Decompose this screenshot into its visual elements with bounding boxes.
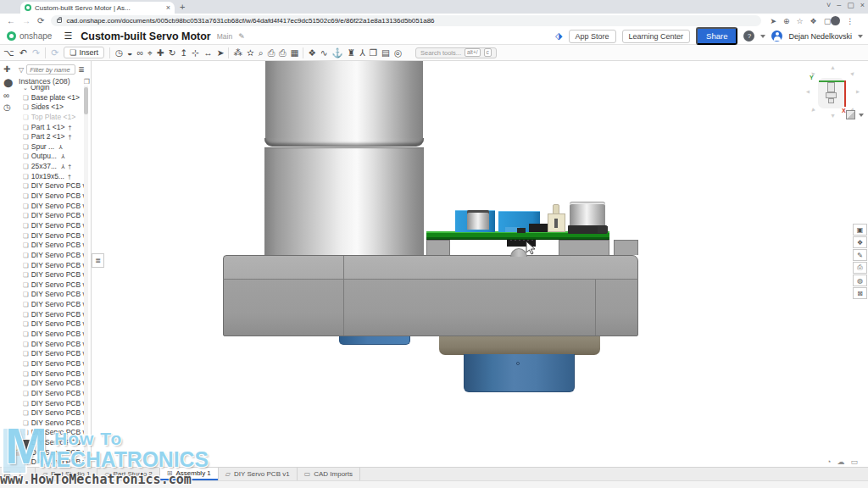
list-item[interactable]: ❏DIY Servo PCB v1 <... bbox=[15, 241, 86, 251]
list-item[interactable]: ❏DIY Servo PCB v1 <... bbox=[15, 330, 86, 340]
new-tab-button[interactable]: + bbox=[180, 2, 185, 12]
spline-icon[interactable]: ∿ bbox=[320, 48, 328, 58]
list-item[interactable]: ❏Part 1 <1>† bbox=[15, 123, 86, 133]
explode-icon[interactable]: ⁂ bbox=[233, 48, 242, 58]
model-capacitor-small[interactable] bbox=[467, 210, 489, 230]
undo-icon[interactable]: ↶ bbox=[19, 48, 27, 58]
browser-tab[interactable]: Custom-built Servo Motor | As... × bbox=[20, 2, 175, 14]
list-item[interactable]: ❏DIY Servo PCB v1 <... bbox=[15, 349, 86, 359]
print-panel-icon[interactable]: ⎙ bbox=[853, 262, 867, 274]
user-avatar[interactable] bbox=[771, 30, 782, 42]
minimize-icon[interactable]: – bbox=[837, 1, 841, 9]
list-item[interactable]: ❏DIY Servo PCB v1 <... bbox=[15, 221, 86, 231]
instances-panel-icon[interactable]: ❐ bbox=[84, 78, 90, 86]
list-item[interactable]: ❏DIY Servo PCB v1 <... bbox=[15, 419, 86, 429]
comments-icon[interactable]: ⬤ bbox=[3, 78, 13, 87]
list-item[interactable]: ❏DIY Servo PCB v1 <... bbox=[15, 458, 86, 467]
list-item[interactable]: ❏Base plate <1> bbox=[15, 93, 86, 103]
model-bearing-edge[interactable] bbox=[339, 336, 410, 345]
doc-tab-diy-servo-pcb-v1[interactable]: ▱DIY Servo PCB v1 bbox=[218, 468, 297, 480]
list-item[interactable]: ❏DIY Servo PCB v1 <... bbox=[15, 448, 86, 458]
branch-label[interactable]: Main bbox=[217, 32, 232, 41]
list-item[interactable]: ❏DIY Servo PCB v1 <... bbox=[15, 300, 86, 310]
install-icon[interactable]: ⊕ bbox=[783, 17, 790, 25]
list-item[interactable]: ❏Sides <1> bbox=[15, 103, 86, 113]
table-icon[interactable]: ▤ bbox=[381, 48, 390, 58]
measure-icon[interactable]: ◎ bbox=[394, 48, 402, 58]
list-item[interactable]: ❏DIY Servo PCB v1 <... bbox=[15, 191, 86, 202]
list-item[interactable]: ❏DIY Servo PCB v1 <... bbox=[15, 428, 86, 438]
model-standoff[interactable] bbox=[614, 240, 638, 255]
drawing-icon[interactable]: ⎙ bbox=[279, 48, 286, 58]
pattern-icon[interactable]: ❖ bbox=[308, 48, 315, 58]
doc-tab-part-studio-1[interactable]: ▱Part Studio 1 bbox=[35, 468, 97, 480]
insert-button[interactable]: ❏ Insert bbox=[64, 47, 104, 58]
list-item[interactable]: ❏DIY Servo PCB v1 <... bbox=[15, 340, 86, 350]
rotate-up-icon[interactable]: ▲ bbox=[830, 64, 836, 70]
passkey-icon[interactable]: ➤ bbox=[770, 17, 776, 25]
rotate-sw-icon[interactable]: ▲ bbox=[809, 107, 817, 115]
app-store-button[interactable]: App Store bbox=[569, 30, 616, 43]
model-connector[interactable] bbox=[517, 228, 526, 233]
model-housing[interactable] bbox=[223, 255, 638, 336]
rotate-icon[interactable]: ↻ bbox=[169, 48, 176, 58]
select-snap-icon[interactable]: ➤ bbox=[217, 48, 225, 58]
list-item[interactable]: ❏DIY Servo PCB v1 <... bbox=[15, 408, 86, 419]
appearance-icon[interactable]: ∞ bbox=[3, 91, 9, 100]
model-trimmer-knob[interactable] bbox=[553, 204, 559, 214]
performance-icon[interactable]: ◔ bbox=[826, 458, 831, 466]
center-icon[interactable]: ⊹ bbox=[192, 48, 199, 58]
reload-icon[interactable]: ⟳ bbox=[37, 16, 44, 25]
share-button[interactable]: Share bbox=[696, 27, 737, 45]
filter-input[interactable] bbox=[26, 64, 75, 75]
list-item[interactable]: ❏DIY Servo PCB v1 <... bbox=[15, 379, 86, 389]
doc-tab-cad-imports[interactable]: ▭CAD Imports bbox=[297, 468, 360, 480]
browser-avatar[interactable] bbox=[831, 16, 840, 25]
manage-tabs-icon[interactable]: ▤ bbox=[3, 469, 11, 480]
list-item[interactable]: ❏25x37...⅄† bbox=[15, 162, 86, 172]
list-item[interactable]: ❏10x19x5...† bbox=[15, 172, 86, 182]
model-capacitor-large[interactable] bbox=[570, 202, 605, 227]
list-item[interactable]: ❏DIY Servo PCB v1 <... bbox=[15, 369, 86, 380]
insert-part-icon[interactable]: ✚ bbox=[157, 48, 164, 58]
rotate-left-icon[interactable]: ▲ bbox=[804, 89, 810, 95]
zoom-part-icon[interactable]: ⌕ bbox=[259, 48, 264, 58]
rotate-down-icon[interactable]: ▲ bbox=[830, 114, 836, 119]
model-connector[interactable] bbox=[529, 224, 549, 232]
search-tools-box[interactable]: Search tools... alt+/ c bbox=[415, 47, 497, 58]
onshape-logo[interactable]: onshape bbox=[7, 31, 52, 41]
model-adapter-ring[interactable] bbox=[439, 336, 600, 355]
bookmark-star-icon[interactable]: ☆ bbox=[796, 17, 803, 25]
model-motor-lower[interactable] bbox=[264, 147, 424, 255]
list-item[interactable]: ❏DIY Servo PCB v1 <... bbox=[15, 270, 86, 280]
list-item[interactable]: ❏DIY Servo PCB v1 <... bbox=[15, 319, 86, 330]
list-item[interactable]: ❏DIY Servo PCB v1 <... bbox=[15, 389, 86, 399]
list-item[interactable]: ❏DIY Servo PCB v1 <... bbox=[15, 280, 86, 291]
tab-close-icon[interactable]: × bbox=[166, 3, 170, 12]
list-item[interactable]: ❏DIY Servo PCB v1 <... bbox=[15, 438, 86, 448]
versions-panel-icon[interactable]: ❖ bbox=[853, 236, 867, 248]
snapshot-icon[interactable]: ⎙ bbox=[268, 48, 275, 58]
display-status-icon[interactable]: ▭ bbox=[850, 458, 858, 466]
assembly-tree-icon[interactable]: ⌥ bbox=[3, 48, 14, 58]
rotate-ne-icon[interactable]: ▲ bbox=[849, 69, 858, 78]
doc-tab-assembly-1[interactable]: ⊞Assembly 1 bbox=[159, 468, 218, 480]
collapse-caret-icon[interactable]: ⌄ bbox=[23, 86, 28, 93]
list-item[interactable]: ❏Outpu...⅄ bbox=[15, 152, 86, 162]
list-item[interactable]: ❏DIY Servo PCB v1 <... bbox=[15, 181, 86, 191]
forward-icon[interactable]: → bbox=[22, 16, 31, 25]
list-item[interactable]: ❏DIY Servo PCB v1 <... bbox=[15, 290, 86, 300]
translate-icon[interactable]: ↔ bbox=[203, 48, 213, 58]
model-output-hub[interactable] bbox=[464, 354, 575, 392]
maximize-icon[interactable]: ▢ bbox=[847, 1, 854, 9]
list-item[interactable]: ❏DIY Servo PCB v1 <... bbox=[15, 231, 86, 241]
model-standoff[interactable] bbox=[559, 240, 609, 255]
filter-icon[interactable]: ▽ bbox=[19, 66, 24, 74]
list-item[interactable]: ⌄Origin bbox=[15, 86, 86, 93]
back-icon[interactable]: ← bbox=[7, 16, 15, 25]
model-motor-upper[interactable] bbox=[265, 61, 423, 138]
cloud-status-icon[interactable]: ☁ bbox=[837, 458, 844, 466]
mate-relation-icon[interactable]: ∞ bbox=[136, 48, 143, 58]
list-item[interactable]: ❏Part 2 <1>† bbox=[15, 132, 86, 142]
document-menu-icon[interactable]: ☰ bbox=[64, 30, 72, 42]
